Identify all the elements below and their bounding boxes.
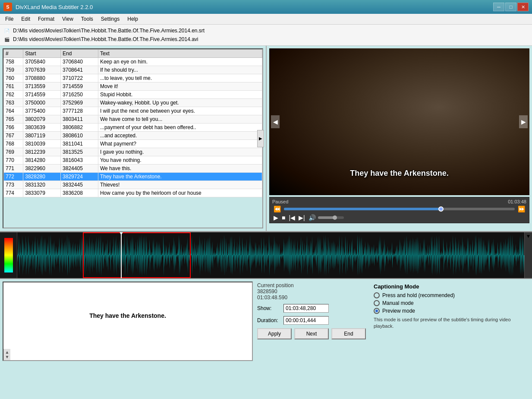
video-panel: ◀ ▶ They have the Arkenstone. Paused 01:… [267, 46, 532, 231]
menu-item-file[interactable]: File [2, 15, 17, 23]
radio-row-0[interactable]: Press and hold (recommended) [374, 292, 526, 298]
table-row[interactable]: 76938122393813525I gave you nothing. [4, 148, 262, 156]
skip-fwd-button[interactable]: ▶| [297, 214, 306, 221]
table-row[interactable]: 76237145593716250Stupid Hobbit. [4, 91, 262, 99]
duration-input[interactable] [283, 316, 329, 325]
cell-num: 759 [4, 66, 23, 74]
menu-item-format[interactable]: Format [35, 15, 58, 23]
cell-end: 3708641 [61, 66, 98, 74]
video-nav-left[interactable]: ◀ [271, 115, 280, 128]
stop-button[interactable]: ■ [280, 214, 286, 221]
table-row[interactable]: 77138229603824405We have this. [4, 165, 262, 173]
video-nav-right[interactable]: ▶ [519, 115, 528, 128]
subtitle-table-wrap[interactable]: # Start End Text 75837058403706840Keep a… [3, 48, 263, 228]
volume-bar[interactable] [318, 216, 344, 219]
cell-text: We have this. [98, 165, 262, 173]
cell-text: What payment? [98, 140, 262, 148]
table-row[interactable]: 76838100393811041What payment? [4, 140, 262, 148]
caption-text-area[interactable]: They have the Arkenstone. ▲ ▼ [3, 282, 253, 361]
fast-fwd-button[interactable]: ⏩ [516, 206, 526, 212]
cell-num: 762 [4, 91, 23, 99]
cell-end: 3813525 [61, 148, 98, 156]
maximize-button[interactable]: □ [505, 3, 516, 11]
radio-btn-0[interactable] [374, 292, 380, 298]
cell-num: 774 [4, 189, 23, 197]
show-input[interactable] [283, 304, 329, 313]
waveform-scroll[interactable]: ▼ [524, 232, 532, 278]
cell-num: 761 [4, 82, 23, 91]
video-frame: ◀ ▶ They have the Arkenstone. [269, 48, 529, 195]
cell-num: 770 [4, 156, 23, 165]
waveform-canvas[interactable] [17, 232, 524, 278]
radio-row-2[interactable]: Preview mode [374, 308, 526, 314]
seek-bar[interactable] [284, 208, 515, 210]
position-info: Current position 3828590 01:03:48.590 [257, 282, 366, 301]
radio-label-0: Press and hold (recommended) [382, 292, 455, 298]
end-button[interactable]: End [331, 328, 366, 339]
table-row[interactable]: 76137135593714559Move it! [4, 82, 262, 91]
menu-item-help[interactable]: Help [124, 15, 142, 23]
cell-start: 3708880 [23, 74, 61, 82]
table-body: 75837058403706840Keep an eye on him.7593… [4, 58, 262, 197]
table-row[interactable]: 76638036393806882...payment of your debt… [4, 124, 262, 132]
show-field: Show: [257, 304, 329, 313]
table-row[interactable]: 75937076393708641If he should try... [4, 66, 262, 74]
srt-path-row: 📄 D:\Mis videos\Movies\Tolkien\The.Hobbi… [3, 26, 529, 35]
show-label: Show: [257, 305, 281, 311]
menubar: FileEditFormatViewToolsSettingsHelp [0, 14, 532, 25]
minimize-button[interactable]: ─ [493, 3, 504, 11]
position-frames: 3828590 [257, 288, 366, 294]
menu-item-edit[interactable]: Edit [18, 15, 34, 23]
seek-thumb [438, 206, 444, 212]
cell-start: 3803639 [23, 124, 61, 132]
fast-rev-button[interactable]: ⏪ [272, 206, 282, 212]
table-row[interactable]: 76738071193808610...and accepted. [4, 132, 262, 140]
cell-end: 3714559 [61, 82, 98, 91]
caption-scroll-down[interactable]: ▼ [5, 355, 9, 359]
table-row[interactable]: 77238282803829724They have the Arkenston… [4, 173, 262, 181]
radio-btn-1[interactable] [374, 300, 380, 306]
bottom-controls: Current position 3828590 01:03:48.590 Sh… [257, 282, 366, 361]
cell-text: Move it! [98, 82, 262, 91]
progress-row: ⏪ ⏩ [272, 206, 526, 212]
main-content: # Start End Text 75837058403706840Keep a… [0, 46, 532, 231]
table-row[interactable]: 75837058403706840Keep an eye on him. [4, 58, 262, 66]
table-row[interactable]: 77338313203832445Thieves! [4, 181, 262, 189]
cell-num: 763 [4, 99, 23, 107]
table-row[interactable]: 76437754003777128I will put the next one… [4, 107, 262, 115]
radio-row-1[interactable]: Manual mode [374, 300, 526, 306]
next-button[interactable]: Next [294, 328, 329, 339]
avi-filepath: D:\Mis videos\Movies\Tolkien\The.Hobbit.… [13, 36, 198, 42]
menu-item-view[interactable]: View [59, 15, 77, 23]
caption-scroll[interactable]: ▲ ▼ [3, 349, 10, 360]
srt-icon: 📄 [3, 27, 10, 34]
table-row[interactable]: 76037088803710722...to leave, you tell m… [4, 74, 262, 82]
waveform-section[interactable]: ▼ [0, 231, 532, 279]
table-row[interactable]: 76538020793803411We have come to tell yo… [4, 115, 262, 124]
controls-row: ▶ ■ |◀ ▶| 🔊 [272, 214, 526, 221]
cell-num: 772 [4, 173, 23, 181]
apply-button[interactable]: Apply [257, 328, 292, 339]
cell-num: 768 [4, 140, 23, 148]
radio-btn-2[interactable] [374, 308, 380, 314]
menu-item-settings[interactable]: Settings [98, 15, 123, 23]
table-scroll-arrow[interactable]: ▶ [257, 130, 264, 147]
close-button[interactable]: ✕ [517, 3, 529, 11]
play-button[interactable]: ▶ [272, 214, 280, 221]
cell-end: 3716250 [61, 91, 98, 99]
duration-field: Duration: [257, 316, 329, 325]
menu-item-tools[interactable]: Tools [78, 15, 97, 23]
table-row[interactable]: 76337500003752969Wakey-wakey, Hobbit. Up… [4, 99, 262, 107]
cell-end: 3816043 [61, 156, 98, 165]
cell-end: 3803411 [61, 115, 98, 124]
caption-scroll-up[interactable]: ▲ [5, 350, 9, 355]
table-row[interactable]: 77038142803816043You have nothing. [4, 156, 262, 165]
cell-text: How came you by the heirloom of our hous… [98, 189, 262, 197]
cell-text: Thieves! [98, 181, 262, 189]
volume-button[interactable]: 🔊 [307, 214, 317, 221]
skip-back-button[interactable]: |◀ [287, 214, 296, 221]
cell-start: 3775400 [23, 107, 61, 115]
cell-text: I gave you nothing. [98, 148, 262, 156]
caption-text-content: They have the Arkenstone. [3, 282, 252, 349]
table-row[interactable]: 77438330793836208How came you by the hei… [4, 189, 262, 197]
